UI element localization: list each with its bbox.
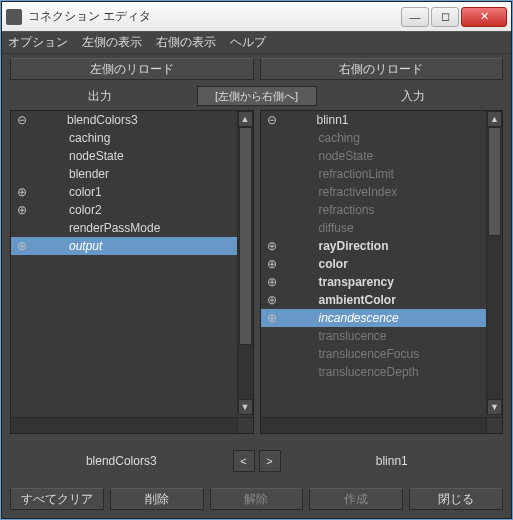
create-button[interactable]: 作成 (309, 488, 403, 510)
app-icon (6, 9, 22, 25)
tree-item[interactable]: nodeState (11, 147, 253, 165)
tree-item-label: diffuse (279, 221, 354, 235)
tree-item[interactable]: refractions (261, 201, 503, 219)
close-button[interactable]: ✕ (461, 7, 507, 27)
tree-item[interactable]: translucenceDepth (261, 363, 503, 381)
expand-icon[interactable]: ⊕ (15, 185, 29, 199)
right-list[interactable]: ⊖blinn1cachingnodeStaterefractionLimitre… (261, 111, 503, 433)
expand-icon[interactable]: ⊕ (265, 311, 279, 325)
left-list[interactable]: ⊖blendColors3cachingnodeStateblender⊕col… (11, 111, 253, 433)
tree-item-label: nodeState (29, 149, 124, 163)
tree-item[interactable]: ⊕ambientColor (261, 291, 503, 309)
clear-all-button[interactable]: すべてクリア (10, 488, 104, 510)
release-button[interactable]: 解除 (210, 488, 304, 510)
tree-item[interactable]: nodeState (261, 147, 503, 165)
menubar: オプション 左側の表示 右側の表示 ヘルプ (2, 32, 511, 54)
titlebar[interactable]: コネクション エディタ — ◻ ✕ (2, 2, 511, 32)
header-bar: 出力 [左側から右側へ] 入力 (2, 84, 511, 110)
direction-button[interactable]: [左側から右側へ] (197, 86, 317, 106)
right-hscroll[interactable] (261, 417, 487, 433)
bottom-bar: すべてクリア 削除 解除 作成 閉じる (2, 484, 511, 518)
tree-item-label: ambientColor (279, 293, 396, 307)
tree-item[interactable]: ⊕color (261, 255, 503, 273)
expand-icon[interactable]: ⊕ (265, 275, 279, 289)
tree-item-label: refractions (279, 203, 375, 217)
status-right: blinn1 (281, 454, 504, 468)
right-panel: ⊖blinn1cachingnodeStaterefractionLimitre… (260, 110, 504, 434)
tree-item[interactable]: ⊕color1 (11, 183, 253, 201)
outputs-label: 出力 (10, 88, 191, 105)
tree-item-label: blender (29, 167, 109, 181)
tree-item-label: color (279, 257, 348, 271)
tree-item-label: nodeState (279, 149, 374, 163)
status-bar: blendColors3 < > blinn1 (2, 440, 511, 484)
tree-item-label: incandescence (279, 311, 399, 325)
tree-root[interactable]: ⊖blinn1 (261, 111, 503, 129)
tree-item-label: caching (279, 131, 360, 145)
window-title: コネクション エディタ (28, 8, 401, 25)
delete-button[interactable]: 削除 (110, 488, 204, 510)
status-left: blendColors3 (10, 454, 233, 468)
menu-left-display[interactable]: 左側の表示 (82, 34, 142, 51)
tree-item-label: transparency (279, 275, 394, 289)
tree-item-label: refractiveIndex (279, 185, 398, 199)
tree-item[interactable]: refractionLimit (261, 165, 503, 183)
left-panel: ⊖blendColors3cachingnodeStateblender⊕col… (10, 110, 254, 434)
tree-item[interactable]: caching (261, 129, 503, 147)
tree-item[interactable]: renderPassMode (11, 219, 253, 237)
tree-item-label: translucenceDepth (279, 365, 419, 379)
tree-root[interactable]: ⊖blendColors3 (11, 111, 253, 129)
tree-item[interactable]: diffuse (261, 219, 503, 237)
tree-item[interactable]: ⊕output (11, 237, 253, 255)
left-hscroll[interactable] (11, 417, 237, 433)
tree-item-label: rayDirection (279, 239, 389, 253)
tree-item-label: color2 (29, 203, 102, 217)
panels: ⊖blendColors3cachingnodeStateblender⊕col… (2, 110, 511, 440)
tree-item[interactable]: ⊕transparency (261, 273, 503, 291)
tree-item-label: refractionLimit (279, 167, 394, 181)
left-vscroll[interactable]: ▲ ▼ (237, 111, 253, 415)
tree-item-label: renderPassMode (29, 221, 160, 235)
tree-item[interactable]: caching (11, 129, 253, 147)
tree-item[interactable]: blender (11, 165, 253, 183)
tree-item[interactable]: ⊕rayDirection (261, 237, 503, 255)
inputs-label: 入力 (323, 88, 504, 105)
tree-item-label: caching (29, 131, 110, 145)
scroll-down-icon[interactable]: ▼ (487, 399, 502, 415)
right-vscroll[interactable]: ▲ ▼ (486, 111, 502, 415)
reload-left-button[interactable]: 左側のリロード (10, 58, 254, 80)
expand-icon[interactable]: ⊕ (15, 239, 29, 253)
tree-item-label: translucenceFocus (279, 347, 420, 361)
tree-item-label: translucence (279, 329, 387, 343)
menu-options[interactable]: オプション (8, 34, 68, 51)
minimize-button[interactable]: — (401, 7, 429, 27)
expand-icon[interactable]: ⊕ (265, 239, 279, 253)
tree-item[interactable]: ⊕color2 (11, 201, 253, 219)
tree-item-label: color1 (29, 185, 102, 199)
scroll-up-icon[interactable]: ▲ (487, 111, 502, 127)
tree-item[interactable]: ⊕incandescence (261, 309, 503, 327)
close-button-bottom[interactable]: 閉じる (409, 488, 503, 510)
expand-icon[interactable]: ⊕ (15, 203, 29, 217)
scroll-up-icon[interactable]: ▲ (238, 111, 253, 127)
window-frame: コネクション エディタ — ◻ ✕ オプション 左側の表示 右側の表示 ヘルプ … (1, 1, 512, 519)
reload-right-button[interactable]: 右側のリロード (260, 58, 504, 80)
prev-button[interactable]: < (233, 450, 255, 472)
tree-item[interactable]: translucenceFocus (261, 345, 503, 363)
scroll-down-icon[interactable]: ▼ (238, 399, 253, 415)
collapse-icon[interactable]: ⊖ (15, 113, 29, 127)
tree-item[interactable]: refractiveIndex (261, 183, 503, 201)
collapse-icon[interactable]: ⊖ (265, 113, 279, 127)
expand-icon[interactable]: ⊕ (265, 257, 279, 271)
menu-right-display[interactable]: 右側の表示 (156, 34, 216, 51)
reload-bar: 左側のリロード 右側のリロード (2, 54, 511, 84)
maximize-button[interactable]: ◻ (431, 7, 459, 27)
expand-icon[interactable]: ⊕ (265, 293, 279, 307)
menu-help[interactable]: ヘルプ (230, 34, 266, 51)
next-button[interactable]: > (259, 450, 281, 472)
tree-item[interactable]: translucence (261, 327, 503, 345)
tree-item-label: output (29, 239, 102, 253)
